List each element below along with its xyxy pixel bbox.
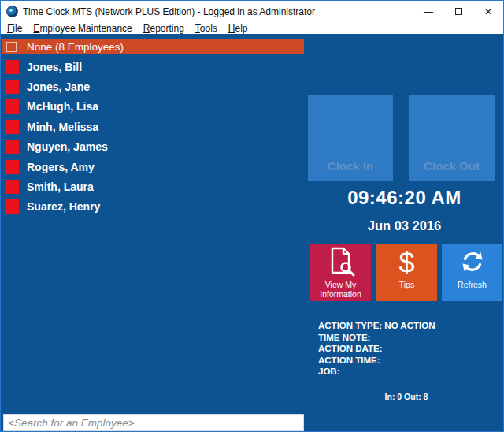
search-input[interactable] [3,414,304,431]
document-search-icon [326,244,356,280]
current-time: 09:46:20 AM [304,187,504,209]
employee-name: Rogers, Amy [27,161,94,173]
employee-name: Nguyen, James [27,140,108,153]
clock-in-button[interactable]: Clock In [308,95,393,181]
minimize-button[interactable]: — [413,1,443,22]
status-square-icon [5,80,19,94]
in-out-summary: In: 0 Out: 8 [308,392,504,401]
refresh-button[interactable]: Refresh [442,244,502,301]
app-window: Time Clock MTS (Network PLUS Edition) - … [0,0,504,432]
status-square-icon [5,160,19,174]
employee-name: Jones, Bill [27,61,82,73]
menu-employee-maintenance[interactable]: Employee Maintenance [28,23,137,34]
menu-help[interactable]: Help [223,23,254,34]
employee-name: Suarez, Henry [27,200,100,213]
group-label: None (8 Employees) [27,41,124,53]
dollar-icon: $ [398,244,414,280]
window-title: Time Clock MTS (Network PLUS Edition) - … [23,6,315,17]
status-square-icon [5,120,19,134]
collapse-toggle-icon[interactable]: − [6,42,17,52]
status-square-icon [5,99,19,114]
employee-row[interactable]: McHugh, Lisa [1,97,304,117]
menu-bar: File Employee Maintenance Reporting Tool… [1,22,503,34]
employee-name: Smith, Laura [27,181,94,193]
status-square-icon [5,140,19,154]
employee-name: Minh, Melissa [27,121,98,133]
tips-button[interactable]: $ Tips [376,244,437,301]
employee-list: Jones, Bill Jones, Jane McHugh, Lisa Min… [1,57,304,217]
refresh-label: Refresh [458,280,487,289]
menu-reporting[interactable]: Reporting [138,23,190,34]
job-line: JOB: [318,366,499,378]
current-date: Jun 03 2016 [304,218,504,233]
time-note-line: TIME NOTE: [318,332,499,344]
action-type-line: ACTION TYPE: NO ACTION [318,320,499,332]
employee-row[interactable]: Minh, Melissa [1,117,304,136]
employee-row[interactable]: Suarez, Henry [1,197,304,217]
employee-row[interactable]: Rogers, Amy [1,157,304,177]
action-time-line: ACTION TIME: [318,355,499,367]
status-square-icon [5,199,19,214]
clock-app-icon [6,6,18,17]
clock-out-button[interactable]: Clock Out [409,95,495,181]
refresh-icon [457,244,488,280]
menu-file[interactable]: File [2,23,28,34]
close-button[interactable]: ✕ [473,1,503,22]
tips-label: Tips [399,280,414,289]
employee-row[interactable]: Jones, Bill [1,57,304,76]
employee-row[interactable]: Nguyen, James [1,137,304,157]
employee-row[interactable]: Jones, Jane [1,76,304,96]
maximize-button[interactable] [443,1,473,22]
status-square-icon [5,60,19,74]
clock-in-label: Clock In [328,159,373,173]
view-my-information-label: View My Information [310,280,371,299]
employee-name: McHugh, Lisa [27,100,98,113]
maximize-icon [455,8,462,15]
employee-name: Jones, Jane [27,80,90,93]
action-date-line: ACTION DATE: [318,343,499,355]
employee-group-header[interactable]: − None (8 Employees) [2,39,304,54]
title-bar: Time Clock MTS (Network PLUS Edition) - … [1,1,503,22]
clock-out-label: Clock Out [424,159,480,173]
status-square-icon [5,180,19,194]
view-my-information-button[interactable]: View My Information [310,244,371,301]
group-separator [20,39,20,54]
menu-tools[interactable]: Tools [190,23,223,34]
action-status-panel: ACTION TYPE: NO ACTION TIME NOTE: ACTION… [318,320,499,378]
window-controls: — ✕ [413,1,503,22]
employee-row[interactable]: Smith, Laura [1,177,304,196]
